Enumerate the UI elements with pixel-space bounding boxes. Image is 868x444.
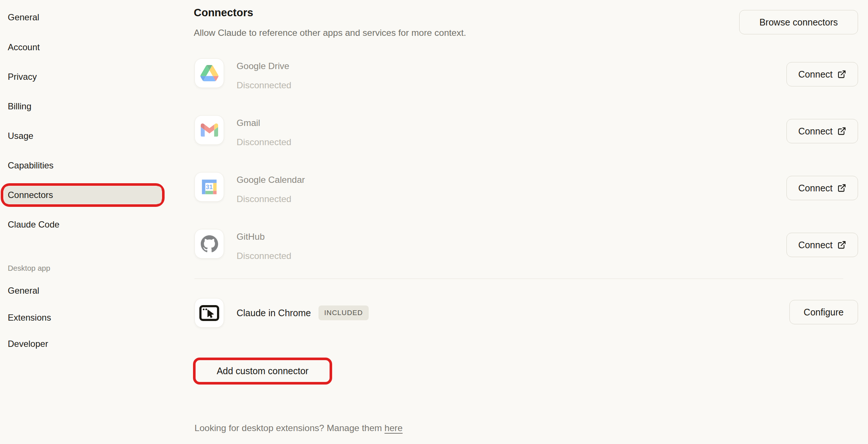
connectors-panel: Connectors Allow Claude to reference oth…: [0, 0, 868, 444]
connector-status: Disconnected: [237, 133, 291, 152]
gmail-icon: [194, 115, 224, 145]
browse-connectors-label: Browse connectors: [760, 17, 838, 28]
connector-row-google-calendar: 31 Google Calendar Disconnected Connect: [0, 172, 868, 202]
connect-gmail-button[interactable]: Connect: [786, 119, 858, 143]
connect-github-button[interactable]: Connect: [786, 233, 858, 257]
included-badge: INCLUDED: [318, 305, 369, 320]
section-divider: [194, 279, 843, 279]
connector-status: Disconnected: [237, 76, 291, 95]
page-description: Allow Claude to reference other apps and…: [194, 27, 466, 39]
add-custom-connector-button[interactable]: Add custom connector: [196, 360, 330, 382]
manage-extensions-link[interactable]: here: [385, 423, 403, 433]
svg-text:31: 31: [206, 184, 213, 191]
configure-label: Configure: [804, 307, 844, 318]
annotation-highlight-add-custom-connector: Add custom connector: [193, 358, 332, 385]
external-link-icon: [837, 240, 846, 249]
connector-name: Google Calendar: [237, 170, 305, 189]
connect-label: Connect: [798, 240, 833, 250]
claude-in-chrome-icon: [194, 298, 224, 328]
connector-row-gmail: Gmail Disconnected Connect: [0, 115, 868, 145]
browse-connectors-button[interactable]: Browse connectors: [739, 10, 858, 34]
external-link-icon: [837, 184, 846, 192]
google-drive-icon: [194, 58, 224, 88]
connect-google-drive-button[interactable]: Connect: [786, 62, 858, 86]
connect-google-calendar-button[interactable]: Connect: [786, 176, 858, 200]
connect-label: Connect: [798, 69, 833, 80]
connector-row-google-drive: Google Drive Disconnected Connect: [0, 58, 868, 88]
desktop-extensions-note: Looking for desktop extensions? Manage t…: [194, 422, 403, 434]
connector-row-claude-in-chrome: Claude in Chrome INCLUDED Configure: [0, 298, 868, 328]
external-link-icon: [837, 127, 846, 136]
connector-status: Disconnected: [237, 246, 291, 266]
page-title: Connectors: [194, 5, 253, 20]
connector-name: Claude in Chrome: [237, 308, 311, 318]
desktop-extensions-note-text: Looking for desktop extensions? Manage t…: [194, 423, 385, 433]
google-calendar-icon: 31: [194, 172, 224, 202]
github-icon: [194, 229, 224, 259]
connector-name: GitHub: [237, 227, 291, 246]
connector-name: Gmail: [237, 113, 291, 133]
connector-row-github: GitHub Disconnected Connect: [0, 229, 868, 259]
connect-label: Connect: [798, 183, 833, 194]
external-link-icon: [837, 70, 846, 79]
configure-claude-in-chrome-button[interactable]: Configure: [789, 300, 858, 324]
connector-status: Disconnected: [237, 189, 305, 209]
connect-label: Connect: [798, 126, 833, 137]
connector-name: Google Drive: [237, 57, 291, 76]
settings-page: General Account Privacy Billing Usage Ca…: [0, 0, 868, 444]
